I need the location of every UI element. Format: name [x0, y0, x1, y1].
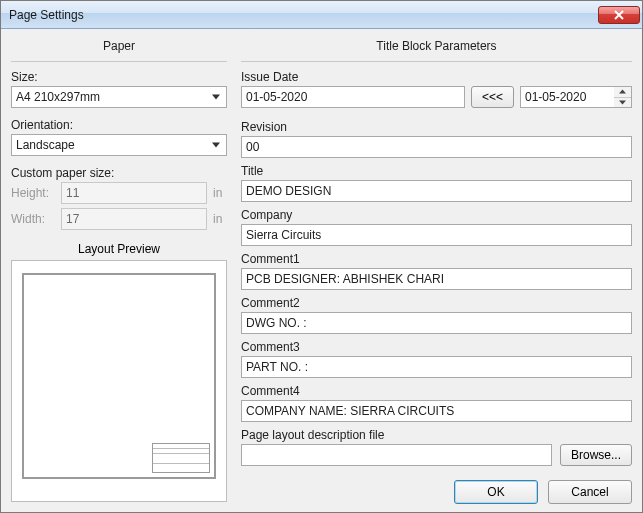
- height-unit: in: [213, 186, 227, 200]
- orientation-select[interactable]: [11, 134, 227, 156]
- revision-input[interactable]: [241, 136, 632, 158]
- comment4-input[interactable]: [241, 400, 632, 422]
- close-icon: [614, 10, 624, 20]
- width-label: Width:: [11, 212, 55, 226]
- page-settings-dialog: Page Settings Paper Size: Orientation: C…: [0, 0, 643, 513]
- spinner-up-icon[interactable]: [614, 87, 631, 98]
- revision-label: Revision: [241, 120, 632, 134]
- comment4-label: Comment4: [241, 384, 632, 398]
- comment2-input[interactable]: [241, 312, 632, 334]
- layout-file-input[interactable]: [241, 444, 552, 466]
- height-label: Height:: [11, 186, 55, 200]
- date-picker-input[interactable]: [520, 86, 614, 108]
- width-unit: in: [213, 212, 227, 226]
- paper-section-header: Paper: [11, 35, 227, 61]
- comment3-label: Comment3: [241, 340, 632, 354]
- spinner-down-icon[interactable]: [614, 98, 631, 108]
- layout-preview: [11, 260, 227, 502]
- title-block-section-header: Title Block Parameters: [241, 35, 632, 61]
- title-input[interactable]: [241, 180, 632, 202]
- comment1-input[interactable]: [241, 268, 632, 290]
- preview-titleblock: [152, 443, 210, 473]
- layout-preview-label: Layout Preview: [11, 242, 227, 256]
- window-title: Page Settings: [9, 8, 84, 22]
- width-input: [61, 208, 207, 230]
- company-input[interactable]: [241, 224, 632, 246]
- comment1-label: Comment1: [241, 252, 632, 266]
- close-button[interactable]: [598, 6, 640, 24]
- browse-button[interactable]: Browse...: [560, 444, 632, 466]
- size-select[interactable]: [11, 86, 227, 108]
- height-input: [61, 182, 207, 204]
- issue-date-label: Issue Date: [241, 70, 632, 84]
- title-label: Title: [241, 164, 632, 178]
- titlebar: Page Settings: [1, 1, 642, 29]
- cancel-button[interactable]: Cancel: [548, 480, 632, 504]
- layout-file-label: Page layout description file: [241, 428, 632, 442]
- custom-paper-size-label: Custom paper size:: [11, 166, 227, 180]
- preview-sheet: [22, 273, 216, 479]
- size-label: Size:: [11, 70, 227, 84]
- orientation-label: Orientation:: [11, 118, 227, 132]
- comment3-input[interactable]: [241, 356, 632, 378]
- copy-date-button[interactable]: <<<: [471, 86, 514, 108]
- date-spinner[interactable]: [614, 86, 632, 108]
- ok-button[interactable]: OK: [454, 480, 538, 504]
- issue-date-input[interactable]: [241, 86, 465, 108]
- company-label: Company: [241, 208, 632, 222]
- comment2-label: Comment2: [241, 296, 632, 310]
